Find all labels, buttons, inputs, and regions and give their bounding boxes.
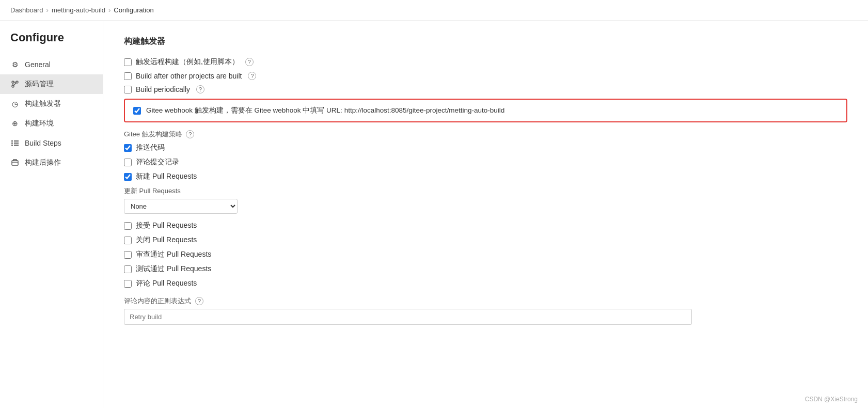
svg-rect-8 xyxy=(11,143,13,144)
new-pr-checkbox[interactable] xyxy=(124,173,132,181)
layout: Configure ⚙ General 源码管理 ◷ 构建触发器 xyxy=(0,21,868,408)
close-pr-checkbox[interactable] xyxy=(124,237,132,244)
sidebar-label-env: 构建环境 xyxy=(25,119,54,128)
update-pr-section: 更新 Pull Requests None Any update Source … xyxy=(124,186,847,214)
gitee-strategy-checkboxes: 推送代码 评论提交记录 新建 Pull Requests xyxy=(124,143,847,181)
sidebar-item-env[interactable]: ⊕ 构建环境 xyxy=(0,114,103,133)
sidebar-item-post-build[interactable]: 构建后操作 xyxy=(0,153,103,172)
review-pr-label[interactable]: 审查通过 Pull Requests xyxy=(136,250,211,259)
sidebar-label-build-steps: Build Steps xyxy=(25,139,61,147)
svg-rect-12 xyxy=(12,161,18,165)
comment-pr-checkbox[interactable] xyxy=(124,280,132,288)
list-icon xyxy=(10,138,20,148)
gear-icon: ⚙ xyxy=(10,60,20,69)
close-pr-label[interactable]: 关闭 Pull Requests xyxy=(136,236,197,245)
breadcrumb-dashboard[interactable]: Dashboard xyxy=(10,6,43,14)
comment-commit-row: 评论提交记录 xyxy=(124,158,847,167)
remote-trigger-label[interactable]: 触发远程构建（例如,使用脚本） xyxy=(136,57,239,67)
push-code-row: 推送代码 xyxy=(124,143,847,152)
gitee-webhook-box: Gitee webhook 触发构建，需要在 Gitee webhook 中填写… xyxy=(124,99,847,122)
sidebar-item-source[interactable]: 源码管理 xyxy=(0,74,103,94)
build-periodically-checkbox[interactable] xyxy=(124,86,132,93)
svg-rect-9 xyxy=(14,143,19,144)
remote-trigger-row: 触发远程构建（例如,使用脚本） ? xyxy=(124,57,847,67)
regex-input[interactable] xyxy=(124,309,692,325)
svg-rect-11 xyxy=(14,145,19,146)
accept-pr-checkbox[interactable] xyxy=(124,222,132,230)
clock-icon: ◷ xyxy=(10,99,20,108)
sidebar-label-post-build: 构建后操作 xyxy=(25,158,61,167)
build-periodically-label[interactable]: Build periodically xyxy=(136,85,190,93)
sidebar-item-triggers[interactable]: ◷ 构建触发器 xyxy=(0,94,103,114)
box-icon xyxy=(10,158,20,167)
build-after-row: Build after other projects are built ? xyxy=(124,72,847,80)
comment-pr-row: 评论 Pull Requests xyxy=(124,279,847,288)
breadcrumb-sep2: › xyxy=(108,6,111,14)
regex-label: 评论内容的正则表达式 ? xyxy=(124,296,847,306)
build-periodically-row: Build periodically ? xyxy=(124,85,847,93)
svg-rect-6 xyxy=(11,140,13,142)
review-pr-checkbox[interactable] xyxy=(124,251,132,259)
comment-commit-checkbox[interactable] xyxy=(124,159,132,166)
gitee-webhook-label[interactable]: Gitee webhook 触发构建，需要在 Gitee webhook 中填写… xyxy=(146,106,504,115)
svg-rect-7 xyxy=(14,140,19,142)
accept-pr-label[interactable]: 接受 Pull Requests xyxy=(136,221,197,230)
gitee-strategy-help-icon[interactable]: ? xyxy=(186,130,194,138)
update-pr-select[interactable]: None Any update Source branch update xyxy=(124,199,238,214)
build-after-label[interactable]: Build after other projects are built xyxy=(136,72,242,80)
comment-pr-label[interactable]: 评论 Pull Requests xyxy=(136,279,197,288)
sidebar: Configure ⚙ General 源码管理 ◷ 构建触发器 xyxy=(0,21,103,408)
gitee-strategy-label: Gitee 触发构建策略 ? xyxy=(124,130,847,139)
pr-options-section: 接受 Pull Requests 关闭 Pull Requests 审查通过 P… xyxy=(124,221,847,288)
svg-point-2 xyxy=(12,85,14,87)
sidebar-label-source: 源码管理 xyxy=(25,80,54,89)
sidebar-label-triggers: 构建触发器 xyxy=(25,99,61,108)
section-title: 构建触发器 xyxy=(124,36,847,47)
comment-commit-label[interactable]: 评论提交记录 xyxy=(136,158,179,167)
breadcrumb-current: Configuration xyxy=(114,6,153,14)
svg-line-5 xyxy=(14,83,17,86)
sidebar-item-build-steps[interactable]: Build Steps xyxy=(0,133,103,153)
watermark: CSDN @XieStrong xyxy=(805,396,858,403)
update-pr-label: 更新 Pull Requests xyxy=(124,186,847,196)
new-pr-row: 新建 Pull Requests xyxy=(124,172,847,181)
test-pr-row: 测试通过 Pull Requests xyxy=(124,264,847,274)
page-title: Configure xyxy=(0,31,103,55)
build-after-help-icon[interactable]: ? xyxy=(248,72,256,80)
svg-rect-10 xyxy=(11,145,13,146)
git-icon xyxy=(10,80,20,89)
build-periodically-help-icon[interactable]: ? xyxy=(196,85,204,93)
gitee-strategy-section: Gitee 触发构建策略 ? 推送代码 评论提交记录 新建 Pull Reque… xyxy=(124,130,847,181)
remote-trigger-checkbox[interactable] xyxy=(124,58,132,66)
regex-section: 评论内容的正则表达式 ? xyxy=(124,296,847,325)
sidebar-item-general[interactable]: ⚙ General xyxy=(0,55,103,74)
sidebar-label-general: General xyxy=(25,60,51,69)
gitee-webhook-checkbox[interactable] xyxy=(133,107,141,115)
breadcrumb-project[interactable]: metting-auto-build xyxy=(52,6,105,14)
close-pr-row: 关闭 Pull Requests xyxy=(124,236,847,245)
review-pr-row: 审查通过 Pull Requests xyxy=(124,250,847,259)
breadcrumb-sep1: › xyxy=(46,6,49,14)
test-pr-checkbox[interactable] xyxy=(124,265,132,273)
accept-pr-row: 接受 Pull Requests xyxy=(124,221,847,230)
main-content: 构建触发器 触发远程构建（例如,使用脚本） ? Build after othe… xyxy=(103,21,868,408)
globe-icon: ⊕ xyxy=(10,119,20,128)
new-pr-label[interactable]: 新建 Pull Requests xyxy=(136,172,197,181)
remote-trigger-help-icon[interactable]: ? xyxy=(245,58,254,66)
test-pr-label[interactable]: 测试通过 Pull Requests xyxy=(136,264,211,274)
svg-point-0 xyxy=(12,81,14,83)
build-after-checkbox[interactable] xyxy=(124,72,132,80)
regex-help-icon[interactable]: ? xyxy=(195,297,203,305)
push-code-label[interactable]: 推送代码 xyxy=(136,143,165,152)
breadcrumb: Dashboard › metting-auto-build › Configu… xyxy=(0,0,868,21)
push-code-checkbox[interactable] xyxy=(124,144,132,152)
svg-point-1 xyxy=(16,81,18,83)
